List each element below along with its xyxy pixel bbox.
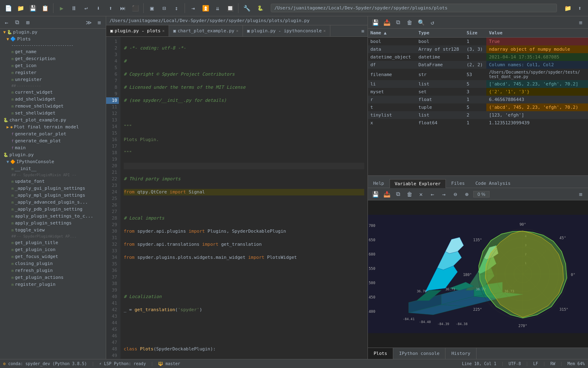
plot-zoom-out-icon[interactable]: ⊖ — [450, 189, 460, 199]
sidebar-menu-icon[interactable]: ≡ — [94, 18, 104, 27]
tree-gpa[interactable]: m get_plugin_actions — [0, 274, 106, 281]
tree-update-font[interactable]: m update_font — [0, 178, 106, 185]
sidebar-options-icon[interactable]: ⊞ — [23, 18, 33, 27]
table-row[interactable]: df DataFrame (2, 2) Column names: Col1, … — [368, 61, 588, 69]
tree-apply-adv[interactable]: m _apply_advanced_plugin_s... — [0, 199, 106, 206]
col-size[interactable]: Size — [464, 29, 487, 38]
var-save-icon[interactable]: 💾 — [370, 18, 380, 27]
plot-save-icon[interactable]: 💾 — [370, 189, 380, 199]
table-row[interactable]: bool bool 1 True — [368, 38, 588, 46]
jump-icon[interactable]: ⇊ — [213, 3, 223, 13]
path-bar[interactable]: /Users/juanitagomez/Local/Dev-Spyder/spy… — [271, 4, 557, 12]
zoom-input[interactable] — [473, 191, 490, 197]
browse-icon[interactable]: 📁 — [563, 3, 572, 13]
col-name[interactable]: Name ▲ — [368, 29, 416, 38]
tree-add-shell[interactable]: m add_shellwidget — [0, 96, 106, 103]
tree-gpi[interactable]: m get_plugin_icon — [0, 246, 106, 253]
tree-ipython-folder[interactable]: ▼ 🔶 IPythonConsole — [0, 158, 106, 165]
tab-ipython-console[interactable]: IPython console — [393, 348, 445, 359]
upload-icon[interactable]: ⬆ — [575, 3, 585, 13]
sidebar-copy-icon[interactable]: ⧉ — [12, 18, 22, 27]
tree-init[interactable]: m __init__ — [0, 165, 106, 172]
restart-icon[interactable]: ↩ — [81, 3, 91, 13]
settings-icon[interactable]: 🔧 — [242, 3, 252, 13]
tree-apply-ps[interactable]: m apply_plugin_settings — [0, 220, 106, 227]
tree-rp[interactable]: m refresh_plugin — [0, 267, 106, 274]
tree-main[interactable]: f main — [0, 144, 106, 151]
open-file-icon[interactable]: 📁 — [16, 3, 25, 13]
tab-history[interactable]: History — [445, 348, 476, 359]
var-copy-icon[interactable]: ⧉ — [393, 18, 403, 27]
tree-apply-gui[interactable]: m _apply_gui_plugin_settings — [0, 185, 106, 192]
layout-icon[interactable]: ▣ — [147, 3, 157, 13]
tree-polar[interactable]: f generate_polar_plot — [0, 130, 106, 137]
table-row[interactable]: x float64 1 1.1235123099439 — [368, 119, 588, 127]
tree-chart-file[interactable]: 🐍 chart_plot_example.py — [0, 117, 106, 123]
plot-menu-icon[interactable]: ≡ — [576, 189, 586, 199]
tree-unregister[interactable]: m unregister — [0, 76, 106, 83]
var-import-icon[interactable]: 📥 — [382, 18, 392, 27]
run-icon[interactable]: ▶ — [57, 3, 67, 13]
code-area[interactable]: 1 2 3 4 5 6 7 8 9 10 11 12▲ 13 14 15 16 … — [106, 37, 368, 359]
table-row[interactable]: datetime_object datetime 1 2021-04-14 17… — [368, 53, 588, 61]
table-row[interactable]: t tuple 5 ('abcd', 745, 2.23, 'efgh', 70… — [368, 103, 588, 111]
cursor-icon[interactable]: ↕ — [172, 3, 181, 13]
tab-code-analysis[interactable]: Code Analysis — [470, 179, 516, 188]
tab-chart-plot[interactable]: ▣ chart_plot_example.py × — [169, 25, 243, 36]
tree-dem[interactable]: f generate_dem_plot — [0, 137, 106, 144]
var-search-icon[interactable]: 🔍 — [416, 18, 426, 27]
debug-icon[interactable]: ⏸ — [69, 3, 79, 13]
plot-next-icon[interactable]: → — [439, 189, 449, 199]
col-type[interactable]: Type — [416, 29, 464, 38]
tree-plots-folder[interactable]: ▼ 🔷 Plots — [0, 36, 106, 43]
tree-get-desc[interactable]: m get_description — [0, 55, 106, 62]
tree-root-plugin[interactable]: ▼ 🐍 plugin.py — [0, 29, 106, 36]
indent-icon[interactable]: ⇥ — [188, 3, 198, 13]
col-value[interactable]: Value — [486, 29, 588, 38]
step-out-icon[interactable]: ⬆ — [106, 3, 116, 13]
tab-plots[interactable]: Plots — [368, 348, 393, 359]
table-row[interactable]: tinylist list 2 [123, 'efgh'] — [368, 111, 588, 119]
tab-help[interactable]: Help — [368, 179, 390, 188]
stop-icon[interactable]: ⬛ — [130, 3, 140, 13]
split-icon[interactable]: ⊟ — [159, 3, 169, 13]
stop2-icon[interactable]: 🔲 — [225, 3, 235, 13]
tree-remove-shell[interactable]: m remove_shellwidget — [0, 103, 106, 110]
plot-save2-icon[interactable]: 📥 — [382, 189, 392, 199]
tab-files[interactable]: Files — [446, 179, 470, 188]
tab-close-btn[interactable]: × — [162, 29, 165, 33]
sidebar-back-icon[interactable]: ← — [2, 18, 11, 27]
continue-icon[interactable]: ⏭ — [118, 3, 128, 13]
editor-tabs-menu[interactable]: ≡ — [358, 28, 368, 34]
tab-close-btn2[interactable]: × — [236, 29, 238, 33]
plot-delete-icon[interactable]: 🗑 — [405, 189, 414, 199]
tree-cp[interactable]: m closing_plugin — [0, 260, 106, 267]
tab-plugin-plots[interactable]: ▣ plugin.py - plots × — [106, 25, 169, 36]
var-menu-icon[interactable]: ≡ — [576, 18, 586, 27]
table-row[interactable]: li list 5 ['abcd', 745, 2.23, 'efgh', 70… — [368, 80, 588, 88]
new-file-icon[interactable]: 📄 — [3, 3, 13, 13]
tree-register[interactable]: m register — [0, 69, 106, 76]
table-row[interactable]: filename str 53 /Users/Documents/spyder/… — [368, 69, 588, 80]
tree-plot-terrain[interactable]: ▶ ✱ Plot final terrain model — [0, 123, 106, 130]
tree-regp[interactable]: m register_plugin — [0, 281, 106, 288]
tree-apply-to[interactable]: m apply_plugin_settings_to_c... — [0, 213, 106, 220]
plot-prev-icon[interactable]: ← — [428, 189, 437, 199]
tree-apply-pdb[interactable]: m _apply_pdb_plugin_setting — [0, 206, 106, 213]
tree-get-name[interactable]: m get_name — [0, 48, 106, 55]
tree-current-widget[interactable]: m current_widget — [0, 89, 106, 96]
plot-copy-icon[interactable]: ⧉ — [393, 189, 403, 199]
tree-set-shell[interactable]: m set_shellwidget — [0, 110, 106, 117]
tree-apply-mpl[interactable]: m _apply_mpl_plugin_settings — [0, 192, 106, 199]
sidebar-more-icon[interactable]: ≫ — [84, 18, 94, 27]
sidebar-scroll[interactable]: ▼ 🐍 plugin.py ▼ 🔷 Plots ----------------… — [0, 29, 106, 359]
step-into-icon[interactable]: ⬇ — [94, 3, 103, 13]
plot-zoom-in-icon[interactable]: ⊕ — [462, 189, 472, 199]
tree-plugin2[interactable]: 🐍 plugin.py — [0, 151, 106, 158]
tree-toggle-view[interactable]: m toggle_view — [0, 227, 106, 233]
tree-gpt[interactable]: m get_plugin_title — [0, 239, 106, 246]
tree-gfw[interactable]: m get_focus_widget — [0, 253, 106, 260]
table-row[interactable]: myset set 3 {'2', '1', '3'} — [368, 88, 588, 96]
tree-get-icon[interactable]: m get_icon — [0, 62, 106, 69]
save-all-icon[interactable]: 📋 — [40, 3, 50, 13]
